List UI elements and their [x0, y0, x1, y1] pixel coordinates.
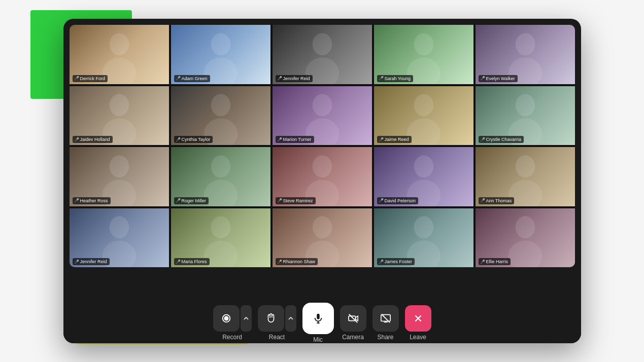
- record-label: Record: [222, 334, 242, 341]
- mic-status-icon: 🎤: [278, 199, 282, 202]
- chevron-up-icon: [288, 317, 293, 320]
- participant-name-label: 🎤 Heather Ross: [73, 197, 111, 204]
- mic-status-icon: 🎤: [380, 138, 383, 141]
- mic-status-icon: 🎤: [75, 199, 79, 202]
- mic-status-icon: 🎤: [481, 138, 485, 141]
- record-chevron-button[interactable]: [241, 305, 252, 332]
- svg-point-16: [414, 94, 433, 117]
- mic-status-icon: 🎤: [177, 77, 180, 80]
- video-tile: 🎤 James Foster: [374, 208, 473, 268]
- participant-name-label: 🎤 Jennifer Reid: [276, 75, 313, 82]
- svg-point-8: [515, 33, 534, 55]
- svg-point-34: [312, 216, 331, 239]
- video-tile: 🎤 Maria Flores: [171, 208, 270, 268]
- video-tile: 🎤 Heather Ross: [70, 147, 169, 206]
- leave-label: Leave: [410, 334, 426, 341]
- mic-control: Mic: [302, 303, 334, 343]
- mic-status-icon: 🎤: [481, 260, 485, 264]
- leave-button[interactable]: [405, 305, 431, 332]
- svg-point-2: [211, 33, 230, 55]
- video-tile: 🎤 Evelyn Walker: [476, 25, 575, 84]
- camera-button[interactable]: [340, 305, 366, 332]
- video-tile: 🎤 Steve Ramirez: [273, 147, 372, 206]
- participant-grid: 🎤 Derrick Ford 🎤 Adam Green 🎤 Jennifer R…: [70, 25, 575, 267]
- svg-point-26: [414, 155, 433, 177]
- mic-status-icon: 🎤: [380, 260, 383, 264]
- svg-point-41: [224, 316, 228, 320]
- svg-point-10: [109, 94, 128, 117]
- mic-status-icon: 🎤: [75, 77, 79, 80]
- svg-line-46: [349, 314, 357, 323]
- mic-status-icon: 🎤: [380, 77, 383, 80]
- hand-raise-icon: [265, 313, 277, 324]
- mic-status-icon: 🎤: [75, 138, 79, 141]
- svg-point-18: [515, 94, 534, 117]
- participant-name-label: 🎤 Ellie Harris: [479, 258, 511, 265]
- record-control: Record: [213, 305, 252, 341]
- mic-status-icon: 🎤: [481, 199, 485, 202]
- video-tile: 🎤 Roger Miller: [171, 147, 270, 206]
- participant-name-label: 🎤 Marion Turner: [276, 136, 314, 143]
- video-tile: 🎤 Sarah Young: [374, 25, 473, 84]
- mic-status-icon: 🎤: [177, 138, 180, 141]
- svg-point-6: [414, 33, 433, 55]
- record-icon: [221, 313, 232, 324]
- record-button[interactable]: [213, 305, 240, 332]
- mic-label: Mic: [313, 336, 323, 343]
- participant-name-label: 🎤 Jaidev Holland: [73, 136, 113, 143]
- react-chevron-button[interactable]: [285, 305, 296, 332]
- mic-status-icon: 🎤: [278, 138, 282, 141]
- participant-name-label: 🎤 Jaime Reed: [377, 136, 412, 143]
- svg-point-14: [312, 94, 331, 117]
- mic-status-icon: 🎤: [278, 260, 282, 264]
- video-tile: 🎤 Ellie Harris: [476, 208, 575, 268]
- participant-name-label: 🎤 Rhiannon Shaw: [276, 258, 318, 265]
- share-button[interactable]: [372, 305, 399, 332]
- svg-point-30: [109, 216, 128, 239]
- mic-status-icon: 🎤: [380, 199, 383, 202]
- mic-status-icon: 🎤: [177, 199, 180, 202]
- video-tile: 🎤 Rhiannon Shaw: [273, 208, 372, 268]
- svg-point-36: [414, 216, 433, 239]
- svg-point-22: [211, 155, 230, 177]
- video-tile: 🎤 Ann Thomas: [476, 147, 575, 206]
- svg-point-4: [312, 33, 331, 55]
- meeting-toolbar: Record React: [63, 303, 581, 343]
- svg-point-0: [109, 33, 128, 55]
- video-conference-window: 🎤 Derrick Ford 🎤 Adam Green 🎤 Jennifer R…: [63, 19, 581, 343]
- video-tile: 🎤 Marion Turner: [273, 86, 372, 146]
- svg-point-12: [211, 94, 230, 117]
- svg-point-38: [515, 216, 534, 239]
- react-label: React: [269, 334, 285, 341]
- participant-name-label: 🎤 Jennifer Reid: [73, 258, 110, 265]
- participant-name-label: 🎤 Derrick Ford: [73, 75, 108, 82]
- mic-status-icon: 🎤: [278, 77, 282, 80]
- mic-status-icon: 🎤: [481, 77, 485, 80]
- video-tile: 🎤 Derrick Ford: [70, 25, 169, 84]
- participant-name-label: 🎤 Steve Ramirez: [276, 197, 316, 204]
- video-tile: 🎤 Crystle Chavarria: [476, 86, 575, 146]
- video-tile: 🎤 Jennifer Reid: [70, 208, 169, 268]
- participant-name-label: 🎤 Cynthia Taylor: [174, 136, 213, 143]
- svg-point-20: [109, 155, 128, 177]
- svg-rect-42: [317, 314, 320, 319]
- camera-label: Camera: [342, 334, 364, 341]
- leave-control: Leave: [405, 305, 431, 341]
- close-icon: [413, 313, 424, 324]
- participant-name-label: 🎤 Roger Miller: [174, 197, 209, 204]
- video-tile: 🎤 Adam Green: [171, 25, 270, 84]
- chevron-up-icon: [244, 317, 249, 320]
- video-tile: 🎤 Cynthia Taylor: [171, 86, 270, 146]
- camera-off-icon: [348, 313, 359, 324]
- share-label: Share: [377, 334, 393, 341]
- participant-name-label: 🎤 Evelyn Walker: [479, 75, 518, 82]
- mic-status-icon: 🎤: [177, 260, 180, 264]
- react-button[interactable]: [258, 305, 284, 332]
- video-tile: 🎤 Jaidev Holland: [70, 86, 169, 146]
- participant-name-label: 🎤 Crystle Chavarria: [479, 136, 524, 143]
- svg-point-39: [508, 241, 541, 267]
- participant-name-label: 🎤 Ann Thomas: [479, 197, 515, 204]
- participant-name-label: 🎤 Maria Flores: [174, 258, 210, 265]
- svg-point-32: [211, 216, 230, 239]
- mic-button[interactable]: [302, 303, 334, 334]
